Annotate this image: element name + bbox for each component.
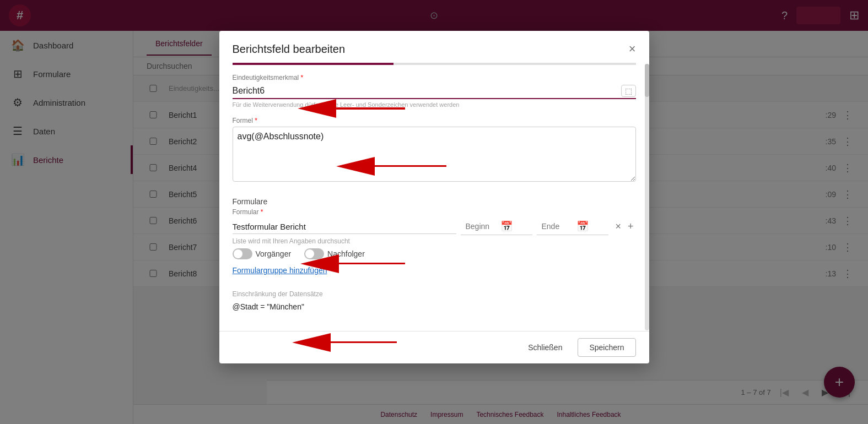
dialog-speichern-button[interactable]: Speichern: [578, 338, 635, 357]
dialog-title: Berichtsfeld bearbeiten: [233, 43, 346, 56]
formular-input[interactable]: [233, 220, 457, 234]
ende-calendar-icon[interactable]: 📅: [576, 220, 589, 232]
beginn-date-wrap: 📅: [461, 218, 532, 235]
dialog-header: Berichtsfeld bearbeiten ×: [219, 31, 649, 63]
dialog-progress-bar: [233, 63, 394, 65]
nachfolger-toggle[interactable]: [304, 248, 324, 259]
eindeutigkeit-hint: Für die Weiterverwendung dürfen keine Le…: [233, 101, 636, 108]
eindeutigkeit-field: Eindeutigkeitsmerkmal * ⬚ Für die Weiter…: [233, 74, 636, 108]
formular-row-actions: × +: [613, 219, 635, 235]
dialog-close-button[interactable]: ×: [629, 42, 636, 56]
einschraenkung-section: Einschränkung der Datensätze @Stadt = "M…: [233, 290, 636, 313]
berichtsfeld-dialog: Berichtsfeld bearbeiten × Eindeutigkeits…: [219, 31, 649, 363]
formel-label: Formel *: [233, 117, 636, 124]
dialog-footer: Schließen Speichern: [219, 331, 649, 363]
toggle-hint: Liste wird mit Ihren Angaben durchsucht: [233, 237, 636, 245]
toggle-row: Vorgänger Nachfolger: [233, 248, 636, 259]
modal-overlay: Berichtsfeld bearbeiten × Eindeutigkeits…: [0, 0, 868, 424]
add-formular-button[interactable]: +: [626, 219, 636, 235]
formel-required: *: [255, 117, 257, 124]
formulare-section: Formulare Formular * 📅 📅: [233, 193, 636, 281]
ende-input[interactable]: [541, 222, 574, 231]
nachfolger-label: Nachfolger: [327, 249, 365, 258]
beginn-input[interactable]: [465, 222, 498, 231]
dialog-body: Eindeutigkeitsmerkmal * ⬚ Für die Weiter…: [219, 63, 649, 331]
formel-textarea[interactable]: [233, 127, 636, 182]
eindeutigkeit-required: *: [301, 74, 304, 81]
vorgaenger-toggle[interactable]: [233, 248, 252, 259]
vorgaenger-toggle-wrap: Vorgänger: [233, 248, 292, 259]
eindeutigkeit-copy-button[interactable]: ⬚: [621, 85, 636, 97]
beginn-calendar-icon[interactable]: 📅: [500, 220, 513, 232]
dialog-scrollbar[interactable]: [645, 64, 649, 330]
formular-label: Formular *: [233, 208, 636, 216]
dialog-scroll-thumb: [645, 64, 649, 97]
formular-row: 📅 📅 × +: [233, 218, 636, 235]
eindeutigkeit-label: Eindeutigkeitsmerkmal *: [233, 74, 636, 81]
add-formulargruppe-link[interactable]: Formulargruppe hinzufügen: [233, 266, 327, 275]
ende-date-wrap: 📅: [537, 218, 608, 235]
einschraenkung-value: @Stadt = "München": [233, 300, 636, 313]
remove-formular-button[interactable]: ×: [613, 219, 623, 235]
formulare-section-label: Formulare: [233, 197, 636, 206]
formel-field: Formel *: [233, 117, 636, 184]
nachfolger-toggle-wrap: Nachfolger: [304, 248, 365, 259]
eindeutigkeit-input[interactable]: [233, 84, 636, 99]
dialog-schliessen-button[interactable]: Schließen: [517, 339, 573, 356]
einschraenkung-label: Einschränkung der Datensätze: [233, 290, 636, 298]
vorgaenger-label: Vorgänger: [256, 249, 292, 258]
dialog-progress: [233, 63, 636, 65]
